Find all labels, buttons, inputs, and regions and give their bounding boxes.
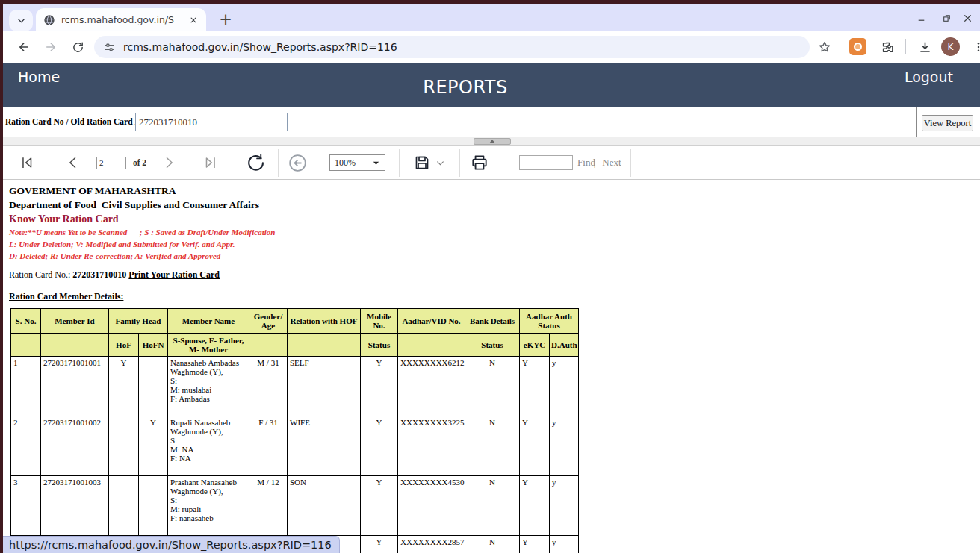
header-empty <box>11 334 41 357</box>
profile-avatar[interactable]: K <box>941 37 960 56</box>
tab-close-button[interactable] <box>187 13 200 27</box>
status-link-bubble: https://rcms.mahafood.gov.in/Show_Report… <box>3 536 340 553</box>
restore-button[interactable] <box>937 8 956 28</box>
extension-orange-icon[interactable] <box>849 38 866 55</box>
collapse-parameters-handle[interactable] <box>474 138 511 145</box>
minimize-button[interactable] <box>911 8 931 28</box>
cell-member_id: 27203171001001 <box>41 357 109 416</box>
print-ration-card-link[interactable]: Print Your Ration Card <box>128 269 220 280</box>
header-mobile: Mobile No. <box>361 309 398 334</box>
close-window-button[interactable] <box>958 8 977 28</box>
header-ekyc: eKYC <box>520 334 550 357</box>
cell-sno: 3 <box>11 476 41 536</box>
cell-aadhar: XXXXXXXX3225 <box>398 416 465 476</box>
parameter-divider <box>916 107 917 137</box>
browser-tab[interactable]: rcms.mahafood.gov.in/S <box>36 8 206 31</box>
cell-bank_status: N <box>465 357 520 416</box>
ration-card-no-value: 272031710010 <box>72 269 128 280</box>
cell-hofn <box>139 357 168 416</box>
page-number-input[interactable] <box>96 157 126 169</box>
print-button[interactable] <box>468 146 491 180</box>
toolbar-separator <box>278 149 279 177</box>
header-empty <box>398 334 465 357</box>
report-heading-kyrc: Know Your Ration Card <box>9 212 980 226</box>
status-url-text: https://rcms.mahafood.gov.in/Show_Report… <box>9 539 332 551</box>
member-details-table: S. No. Member Id Family Head Member Name… <box>10 308 579 553</box>
header-empty <box>249 334 288 357</box>
reload-icon[interactable] <box>69 38 87 56</box>
header-hof: HoF <box>109 334 139 357</box>
cell-gender_age: F / 31 <box>249 416 288 476</box>
header-name-legend: S-Spouse, F- Father, M- Mother <box>168 334 249 357</box>
ration-card-number-line: Ration Card No.: 272031710010 Print Your… <box>9 267 980 282</box>
last-page-button[interactable] <box>200 146 221 180</box>
cell-member_id: 27203171001003 <box>41 476 109 536</box>
header-hofn: HoFN <box>139 334 168 357</box>
header-bank-status: Status <box>465 334 520 357</box>
browser-tab-strip: rcms.mahafood.gov.in/S + <box>3 4 980 31</box>
back-icon[interactable] <box>15 38 33 56</box>
page-title: REPORTS <box>3 77 928 98</box>
header-empty <box>288 334 361 357</box>
triangle-up-icon <box>489 140 495 143</box>
ration-card-no-input[interactable] <box>135 113 288 131</box>
refresh-button[interactable] <box>242 146 269 180</box>
toolbar-separator <box>630 149 631 177</box>
report-heading-government: GOVERMENT OF MAHARASHTRA <box>9 184 980 198</box>
browser-menu-icon[interactable] <box>970 38 980 56</box>
table-header-row-1: S. No. Member Id Family Head Member Name… <box>11 309 579 334</box>
cell-hof <box>109 476 139 536</box>
page-count-label: of 2 <box>128 146 151 180</box>
cell-mobile_status: Y <box>361 536 398 553</box>
bookmark-star-icon[interactable] <box>816 38 834 56</box>
cell-gender_age: M / 31 <box>249 357 288 416</box>
next-page-button[interactable] <box>158 146 179 180</box>
browser-toolbar: rcms.mahafood.gov.in/Show_Reports.aspx?R… <box>3 31 980 63</box>
ration-card-no-text: Ration Card No.: <box>9 269 72 280</box>
nav-logout-link[interactable]: Logout <box>905 69 953 85</box>
cell-relation: SON <box>288 476 361 536</box>
cell-hof <box>109 416 139 476</box>
cell-ekyc: Y <box>520 476 550 536</box>
save-export-button[interactable] <box>410 146 447 180</box>
zoom-select[interactable]: 100% <box>329 154 385 171</box>
report-parameter-bar: Ration Card No / Old Ration Card No View… <box>3 107 980 137</box>
table-row: 327203171001003Prashant Nanasaheb Waghmo… <box>11 476 579 536</box>
cell-dauth: y <box>550 536 579 553</box>
header-member-id: Member Id <box>41 309 109 334</box>
cell-bank_status: N <box>465 476 520 536</box>
cell-relation: SELF <box>288 357 361 416</box>
cell-hof: Y <box>109 357 139 416</box>
toolbar-separator <box>235 149 235 177</box>
header-empty <box>41 334 109 357</box>
find-next-button[interactable]: Next <box>599 146 624 180</box>
toolbar-separator <box>503 149 503 177</box>
header-relation: Relation with HOF <box>288 309 361 334</box>
site-navbar: Home REPORTS Logout <box>3 63 980 107</box>
report-heading-department: Department of Food Civil Supplies and Co… <box>9 198 980 212</box>
cell-mobile_status: Y <box>361 357 398 416</box>
cell-dauth: y <box>550 416 579 476</box>
go-back-button[interactable] <box>285 146 309 180</box>
download-icon[interactable] <box>916 38 934 56</box>
header-bank: Bank Details <box>465 309 520 334</box>
window-controls <box>911 8 980 29</box>
report-content: GOVERMENT OF MAHARASHTRA Department of F… <box>3 180 980 553</box>
previous-page-button[interactable] <box>63 146 84 180</box>
header-dauth: D.Auth <box>550 334 579 357</box>
report-viewer-toolbar: of 2 100% Find | Next <box>3 146 980 180</box>
cell-gender_age: M / 12 <box>249 476 288 536</box>
header-family-head: Family Head <box>109 309 168 334</box>
view-report-button[interactable]: View Report <box>922 115 973 131</box>
address-bar[interactable]: rcms.mahafood.gov.in/Show_Reports.aspx?R… <box>94 36 810 58</box>
extensions-puzzle-icon[interactable] <box>878 38 896 56</box>
find-input[interactable] <box>519 155 573 170</box>
cell-dauth: y <box>550 476 579 536</box>
url-text: rcms.mahafood.gov.in/Show_Reports.aspx?R… <box>123 41 397 53</box>
site-settings-icon[interactable] <box>103 41 116 54</box>
new-tab-button[interactable]: + <box>215 9 236 30</box>
forward-icon[interactable] <box>42 38 60 56</box>
first-page-button[interactable] <box>16 146 37 180</box>
tab-search-button[interactable] <box>9 10 33 31</box>
cell-name: Prashant Nanasaheb Waghmode (Y), S: M: r… <box>168 476 249 536</box>
